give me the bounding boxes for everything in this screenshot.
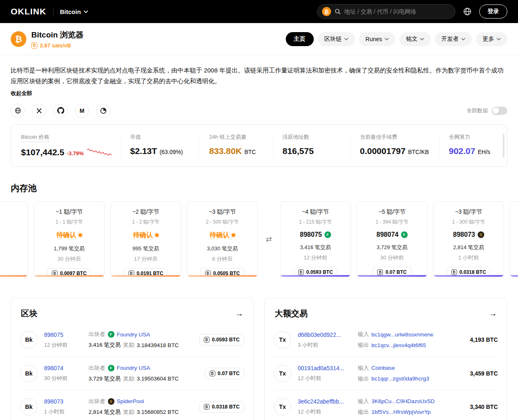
block-height: 898073S [434, 231, 504, 238]
blocks-arrow-icon[interactable]: → [235, 309, 243, 318]
output-address-link[interactable]: bc1qqr...zgst0da9hcrg3 [371, 376, 429, 382]
tab-more[interactable]: 更多 [476, 32, 507, 46]
block-tx-count: 3,416 笔交易 [89, 341, 121, 349]
blocks-title: 区块 [21, 308, 37, 319]
output-address-link[interactable]: 1bf5Vs...HfrsWpjVovrYp [371, 409, 431, 415]
block-fee-badge: ₿0.07 BTC [205, 368, 245, 379]
confirmed-accent [434, 275, 504, 277]
mempool-card-block-898075[interactable]: ~4 聪/字节 1 - 215 聪/字节 898075F 3,416 笔交易 1… [280, 201, 351, 277]
chain-selector-label: Bitcoin [60, 8, 81, 15]
transaction-row: Tx 3e6c242abeffbb... 12 小时前 输入 3K6pCu...… [274, 390, 498, 420]
explorer-header: ₿ Bitcoin 浏览器 ₿ 2.67 sats/vB 主页 区块链 Rune… [0, 23, 518, 55]
block-height-link[interactable]: 898074 [44, 365, 63, 371]
input-address-link[interactable]: 3K6pCu...C9HDazoUxSD [371, 398, 435, 404]
collapse-all-link[interactable]: 收起全部 [11, 90, 32, 97]
input-address-link[interactable]: Coinbase [371, 365, 395, 371]
chevron-down-icon [344, 38, 348, 40]
pending-accent [187, 275, 257, 277]
stats-scrollbar[interactable] [503, 134, 504, 158]
tab-developer[interactable]: 开发者 [435, 32, 472, 46]
foundry-usa-icon: F [324, 231, 331, 238]
tab-inscriptions[interactable]: 铭文 [399, 32, 431, 46]
tx-count: 3,416 笔交易 [280, 244, 350, 251]
website-icon[interactable] [11, 104, 25, 118]
fee-range: 1 - 2 聪/字节 [111, 219, 181, 226]
chain-description: 比特币是一种利用区块链技术实现的点对点电子现金系统，由中本聪于 2008 年提出… [11, 65, 507, 86]
input-address-link[interactable]: bc1qgw...urlw8ssxnmerw [371, 331, 433, 338]
pending-accent [0, 275, 28, 277]
btc-fee-icon: ₿ [31, 42, 37, 49]
mempool-card-partial-left[interactable]: ₿ [0, 201, 28, 277]
miner-link[interactable]: Foundry USA [117, 331, 150, 338]
chevron-down-icon [461, 38, 465, 40]
tx-count: 995 笔交易 [111, 245, 181, 252]
x-icon[interactable] [32, 104, 46, 118]
spiderpool-icon: S [478, 231, 484, 238]
block-height: 898075F [280, 231, 350, 238]
stat-price-label: Bitcoin 价格 [21, 133, 49, 142]
confirmed-accent [357, 275, 427, 277]
tx-icon: Tx [274, 331, 291, 348]
volume-unit: BTC [244, 149, 256, 155]
fee-range: 2 - 500 聪/字节 [187, 219, 257, 226]
language-globe-icon[interactable] [463, 7, 472, 16]
transaction-row: Tx 00191ad0a5314... 12 小时前 输入 Coinbase 输… [274, 357, 498, 390]
transactions-arrow-icon[interactable]: → [489, 309, 497, 318]
block-icon: Bk [20, 331, 37, 348]
fee-range: 1 - 215 聪/字节 [280, 219, 350, 226]
hashrate-unit: EH/s [478, 149, 490, 155]
age: 12 分钟前 [280, 254, 350, 261]
tx-hash-link[interactable]: 3e6c242abeffbb... [298, 398, 344, 405]
tab-runes[interactable]: Runes [359, 32, 395, 46]
pending-status: 待确认 [187, 231, 257, 240]
block-height-link[interactable]: 898075 [44, 331, 63, 338]
tab-home[interactable]: 主页 [286, 32, 314, 46]
divider [53, 8, 54, 15]
block-height-link[interactable]: 898073 [44, 398, 63, 405]
output-label: 输出 [358, 341, 369, 349]
pending-accent [34, 275, 104, 277]
chevron-down-icon [84, 10, 88, 13]
stat-volume: 24h 链上交易量 833.80K BTC [200, 133, 273, 157]
swap-icon[interactable]: ⇄ [264, 201, 274, 277]
stat-best-fee: 当前最佳手续费 0.00001797 BTC/KB [350, 133, 439, 157]
price-sparkline [87, 147, 112, 157]
mempool-card-pending-3[interactable]: ~3 聪/字节 2 - 500 聪/字节 待确认 3,030 笔交易 8 分钟后… [187, 201, 258, 277]
output-label: 输出 [358, 375, 369, 383]
miner-link[interactable]: Foundry USA [117, 365, 150, 371]
tx-hash-link[interactable]: d68b03e0d922... [298, 331, 341, 338]
stat-fee-label: 当前最佳手续费 [360, 133, 397, 141]
oklink-logo[interactable]: OKLINK [11, 7, 47, 16]
block-reward: 3.15680852 BTC [137, 409, 179, 415]
github-icon[interactable] [54, 104, 68, 118]
block-tx-count: 3,729 笔交易 [89, 375, 121, 383]
mempool-card-pending-2[interactable]: ~2 聪/字节 1 - 2 聪/字节 待确认 995 笔交易 17 分钟后 ₿0… [110, 201, 181, 277]
btc-chip-icon: ₿ [298, 269, 304, 275]
tx-count: 3,030 笔交易 [187, 245, 257, 252]
miner-link[interactable]: SpiderPool [117, 398, 144, 404]
miner-label: 出块者 [89, 398, 105, 405]
block-tx-count: 2,814 笔交易 [89, 408, 121, 416]
chain-selector[interactable]: Bitcoin [60, 8, 89, 15]
fee-level: ~3 聪/字节 [187, 208, 257, 216]
mempool-card-block-898074[interactable]: ~5 聪/字节 1 - 394 聪/字节 898074F 3,729 笔交易 3… [357, 201, 427, 277]
age: 1 小时前 [434, 254, 504, 261]
search-input[interactable] [344, 8, 450, 15]
tx-hash-link[interactable]: 00191ad0a5314... [298, 365, 344, 371]
block-reward: 3.19503604 BTC [137, 376, 179, 382]
stat-active-label: 活跃地址数 [282, 133, 309, 141]
mempool-card-partial-right[interactable] [510, 201, 518, 277]
page-title: Bitcoin 浏览器 [31, 30, 84, 40]
block-icon: Bk [20, 398, 37, 415]
login-button[interactable]: 登录 [479, 5, 507, 19]
mempool-card-pending-1[interactable]: ~1 聪/字节 1 - 1 聪/字节 待确认 1,799 笔交易 30 分钟后 … [34, 201, 105, 277]
output-address-link[interactable]: bc1qcv...jlesv4q4t6f65 [371, 342, 426, 348]
medium-icon[interactable]: M [75, 104, 89, 118]
fee-rate: ₿ 2.67 sats/vB [31, 42, 84, 49]
mempool-card-block-898073[interactable]: ~3 聪/字节 1 - 300 聪/字节 898073S 2,814 笔交易 1… [433, 201, 504, 277]
transaction-row: Tx d68b03e0d922... 3 小时前 输入 bc1qgw...url… [274, 323, 498, 357]
pie-chart-icon[interactable] [96, 104, 110, 118]
tab-blockchain[interactable]: 区块链 [318, 32, 355, 46]
all-data-toggle[interactable] [492, 107, 507, 115]
block-row: Bk 898074 30 分钟前 出块者 F Foundry USA 3,729… [20, 357, 244, 390]
